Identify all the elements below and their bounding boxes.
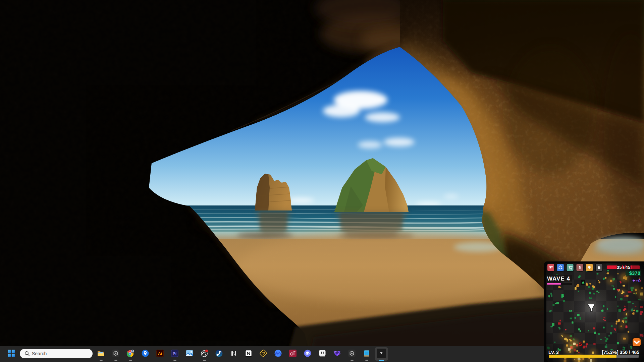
svg-text:Ai: Ai [158, 351, 162, 356]
svg-text:5: 5 [579, 341, 582, 347]
svg-text:[75.3%] 350 / 465: [75.3%] 350 / 465 [602, 350, 640, 355]
svg-text:35 / 45: 35 / 45 [617, 265, 630, 270]
svg-text:$370: $370 [629, 270, 640, 276]
svg-text:✦+0: ✦+0 [632, 278, 641, 283]
svg-text:WAVE 4: WAVE 4 [547, 276, 570, 282]
svg-text:Lv. 3: Lv. 3 [548, 350, 559, 355]
svg-text:Pr: Pr [173, 351, 177, 356]
